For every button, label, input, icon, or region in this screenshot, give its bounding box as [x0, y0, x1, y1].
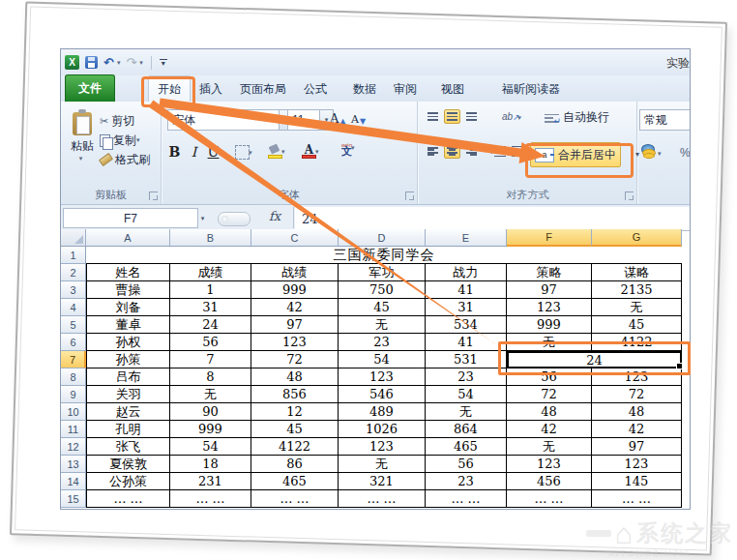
- bold-button[interactable]: B: [165, 142, 184, 162]
- col-header-F[interactable]: F: [507, 229, 592, 247]
- cell[interactable]: 999: [170, 421, 251, 438]
- row-header-1[interactable]: 1: [61, 247, 86, 264]
- cell[interactable]: 42: [592, 421, 682, 438]
- cell[interactable]: … …: [170, 490, 251, 508]
- row-header-14[interactable]: 14: [61, 473, 86, 490]
- cell[interactable]: 无: [339, 456, 426, 473]
- row-header-13[interactable]: 13: [61, 456, 86, 473]
- align-right-button[interactable]: [463, 144, 480, 159]
- cell[interactable]: 4122: [251, 438, 339, 456]
- row-header-9[interactable]: 9: [61, 386, 86, 403]
- grow-font-button[interactable]: A▲: [330, 111, 346, 126]
- cell[interactable]: 72: [507, 386, 592, 403]
- cell[interactable]: 72: [251, 351, 339, 368]
- cell[interactable]: 999: [507, 316, 592, 334]
- tab-insert[interactable]: 插入: [191, 76, 231, 102]
- row-header-4[interactable]: 4: [61, 299, 86, 316]
- cut-button[interactable]: ✂ 剪切: [100, 111, 158, 131]
- cell[interactable]: 48: [251, 368, 339, 386]
- cell[interactable]: 无: [170, 386, 251, 403]
- cell[interactable]: 531: [426, 351, 507, 368]
- align-left-button[interactable]: [425, 144, 441, 159]
- cell[interactable]: 4122: [592, 334, 682, 351]
- cell[interactable]: 42: [507, 421, 592, 438]
- cell[interactable]: 54: [170, 438, 251, 456]
- cell[interactable]: 41: [426, 281, 507, 299]
- row-header-6[interactable]: 6: [61, 334, 86, 351]
- align-top-button[interactable]: [425, 109, 441, 124]
- undo-button[interactable]: ↶: [103, 56, 114, 69]
- cell[interactable]: 54: [426, 386, 507, 403]
- cell[interactable]: 231: [170, 473, 251, 490]
- alignment-dialog-launcher-icon[interactable]: [625, 192, 634, 200]
- cell[interactable]: 145: [592, 473, 682, 490]
- cell[interactable]: 1026: [339, 421, 426, 438]
- tab-file[interactable]: 文件: [65, 74, 115, 102]
- cell[interactable]: 孔明: [86, 421, 170, 438]
- select-all-corner[interactable]: [61, 229, 86, 247]
- merged-active-cell[interactable]: 24: [507, 351, 682, 368]
- cell[interactable]: 86: [251, 456, 339, 473]
- formula-input[interactable]: 24: [295, 207, 690, 230]
- paste-dropdown-icon[interactable]: ▾: [79, 155, 83, 162]
- cell[interactable]: 1: [170, 281, 251, 299]
- tab-view[interactable]: 视图: [432, 76, 473, 102]
- row-header-5[interactable]: 5: [61, 316, 86, 334]
- cell[interactable]: 123: [339, 438, 426, 456]
- cell[interactable]: 吕布: [86, 368, 170, 386]
- cell[interactable]: … …: [426, 490, 507, 508]
- cell[interactable]: 123: [507, 456, 592, 473]
- cell[interactable]: 465: [251, 473, 339, 490]
- cell[interactable]: 曹操: [86, 281, 170, 299]
- accounting-format-icon[interactable]: [641, 144, 656, 158]
- decrease-indent-button[interactable]: ◂: [488, 146, 506, 157]
- cell[interactable]: 23: [426, 473, 507, 490]
- cell[interactable]: 856: [251, 386, 339, 403]
- cell[interactable]: 123: [507, 299, 592, 316]
- cell[interactable]: 军功: [339, 264, 426, 281]
- row-header-12[interactable]: 12: [61, 438, 86, 456]
- cell[interactable]: 张飞: [86, 438, 170, 456]
- row-header-8[interactable]: 8: [61, 368, 86, 386]
- cell[interactable]: 23: [426, 368, 507, 386]
- cell[interactable]: 策略: [507, 264, 592, 281]
- tab-review[interactable]: 审阅: [385, 76, 426, 102]
- percent-style-button[interactable]: %: [680, 146, 691, 160]
- underline-button[interactable]: U: [204, 142, 222, 162]
- cell[interactable]: 123: [251, 334, 339, 351]
- wrap-text-button[interactable]: ↵ 自动换行: [545, 109, 609, 126]
- cell[interactable]: 关羽: [86, 386, 170, 403]
- cell[interactable]: 72: [592, 386, 682, 403]
- cell[interactable]: 123: [592, 368, 682, 386]
- cell[interactable]: 公孙策: [86, 473, 170, 490]
- cell[interactable]: 48: [507, 403, 592, 421]
- cell[interactable]: 18: [170, 456, 251, 473]
- cell[interactable]: 45: [251, 421, 339, 438]
- cell[interactable]: … …: [592, 490, 682, 508]
- cell[interactable]: 123: [339, 368, 426, 386]
- cell[interactable]: … …: [507, 490, 592, 508]
- cell[interactable]: 42: [251, 299, 339, 316]
- font-color-button[interactable]: A ▾: [302, 144, 319, 159]
- paste-button[interactable]: 粘贴 ▾: [65, 109, 100, 179]
- col-header-D[interactable]: D: [339, 229, 426, 247]
- font-name-combo[interactable]: 宋体 ▾: [167, 109, 293, 131]
- col-header-E[interactable]: E: [426, 229, 507, 247]
- sheet-title-cell[interactable]: 三国新委同学会: [86, 247, 682, 264]
- cell[interactable]: 45: [592, 316, 682, 334]
- tab-page-layout[interactable]: 页面布局: [231, 76, 295, 102]
- italic-button[interactable]: I: [185, 142, 203, 162]
- cell[interactable]: 刘备: [86, 299, 170, 316]
- col-header-G[interactable]: G: [592, 229, 682, 247]
- row-header-2[interactable]: 2: [61, 264, 86, 281]
- align-bottom-button[interactable]: [463, 109, 480, 124]
- name-box-dropdown-icon[interactable]: ▾: [196, 208, 209, 228]
- cell[interactable]: 56: [170, 334, 251, 351]
- accounting-dropdown-icon[interactable]: ▾: [658, 150, 662, 158]
- cell[interactable]: 无: [507, 334, 592, 351]
- cell[interactable]: … …: [86, 490, 170, 508]
- cell[interactable]: 8: [170, 368, 251, 386]
- cell[interactable]: 7: [170, 351, 251, 368]
- cell[interactable]: 489: [339, 403, 426, 421]
- tab-data[interactable]: 数据: [344, 76, 385, 102]
